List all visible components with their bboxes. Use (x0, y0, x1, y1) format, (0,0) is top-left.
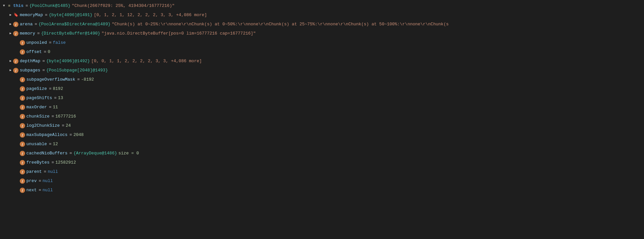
var-name: parent (26, 167, 42, 176)
var-value: false (53, 38, 66, 47)
maxorder-row: fmaxOrder=11 (0, 103, 644, 112)
type-reference: {DirectByteBuffer@1490} (41, 29, 100, 38)
equals-sign: = (39, 186, 41, 195)
field-icon: f (20, 142, 25, 147)
var-name: freeBytes (26, 158, 49, 167)
type-reference: {byte[4096]@1491} (49, 11, 93, 20)
var-name: next (26, 186, 37, 195)
log2chunksize-row: flog2ChunkSize=24 (0, 121, 644, 130)
var-name: log2ChunkSize (26, 121, 60, 130)
equals-sign: = (42, 57, 45, 66)
var-value: 0 (48, 47, 50, 57)
type-reference: {PoolSubpage[2048]@1493} (46, 66, 108, 75)
toggle-arrow-expanded[interactable] (1, 3, 7, 9)
var-name: offset (26, 47, 42, 57)
type-reference: {byte[4096]@1492} (46, 57, 90, 66)
equals-sign: = (77, 75, 80, 84)
var-value: "Chunk(s) at 0~25%:\r\nnone\r\nChunk(s) … (112, 20, 449, 29)
var-name: cachedNioBuffers (26, 149, 68, 158)
watch-icon: 🔖 (13, 13, 18, 18)
type-reference: {PoolChunk@1485} (29, 1, 71, 11)
field-icon: f (13, 68, 18, 73)
equals-sign: = (39, 176, 41, 186)
equals-sign: = (35, 20, 37, 29)
pagesize-row: fpageSize=8192 (0, 84, 644, 93)
var-name: maxOrder (26, 103, 47, 112)
cachedniobufers-row: fcachedNioBuffers={ArrayDeque@1486} size… (0, 149, 644, 158)
var-value: null (48, 167, 58, 176)
offset-row: foffset=0 (0, 47, 644, 57)
field-icon: f (13, 31, 18, 36)
var-name: depthMap (20, 57, 40, 66)
var-name: memory (20, 29, 35, 38)
field-icon: f (20, 95, 25, 101)
this-icon: = (7, 3, 12, 9)
field-icon: f (13, 59, 18, 64)
var-value: 13 (58, 93, 63, 103)
parent-row: fparent=null (0, 167, 644, 176)
type-reference: {ArrayDeque@1486} (73, 149, 117, 158)
field-icon: f (20, 86, 25, 92)
equals-sign: = (49, 140, 51, 149)
var-name: subpageOverflowMask (26, 75, 75, 84)
equals-sign: = (25, 1, 28, 11)
var-value: [0, 1, 2, 1, 12, 2, 2, 2, 3, 3, +4,086 m… (94, 11, 207, 20)
var-value: null (43, 186, 53, 195)
next-row: fnext=null (0, 186, 644, 195)
toggle-arrow-collapsed[interactable] (8, 68, 13, 73)
equals-sign: = (49, 38, 51, 47)
subpages-row: fsubpages={PoolSubpage[2048]@1493} (0, 66, 644, 75)
equals-sign: = (45, 11, 47, 20)
pageshifts-row: fpageShifts=13 (0, 93, 644, 103)
field-icon: f (20, 40, 25, 45)
equals-sign: = (70, 130, 72, 140)
equals-sign: = (44, 47, 46, 57)
unpooled-row: funpooled=false (0, 38, 644, 47)
equals-sign: = (37, 29, 40, 38)
memorymap-row: 🔖memoryMap={byte[4096]@1491}[0, 1, 2, 1,… (0, 11, 644, 20)
var-value: -8192 (81, 75, 94, 84)
equals-sign: = (51, 112, 54, 121)
field-icon: f (20, 160, 25, 165)
var-value: 8192 (53, 84, 63, 93)
field-icon: f (13, 22, 18, 27)
equals-sign: = (42, 66, 45, 75)
var-name: pageSize (26, 84, 47, 93)
var-value: size = 0 (118, 149, 139, 158)
subpageoverflowmask-row: fsubpageOverflowMask=-8192 (0, 75, 644, 84)
this-row: =this={PoolChunk@1485}"Chunk(2667f029: 2… (0, 1, 644, 11)
unusable-row: funusable=12 (0, 140, 644, 149)
maxsubpageallocs-row: fmaxSubpageAllocs=2048 (0, 130, 644, 140)
field-icon: f (20, 151, 25, 156)
var-name: arena (20, 20, 33, 29)
var-name: unpooled (26, 38, 47, 47)
var-value: 12582912 (55, 158, 76, 167)
equals-sign: = (49, 103, 51, 112)
var-name: memoryMap (20, 11, 43, 20)
equals-sign: = (70, 149, 72, 158)
equals-sign: = (62, 121, 64, 130)
memory-row: fmemory={DirectByteBuffer@1490}"java.nio… (0, 29, 644, 38)
toggle-arrow-collapsed[interactable] (8, 59, 13, 64)
equals-sign: = (54, 93, 57, 103)
var-value: [0, 0, 1, 1, 2, 2, 2, 2, 3, 3, +4,086 mo… (91, 57, 202, 66)
depthmap-row: fdepthMap={byte[4096]@1492}[0, 0, 1, 1, … (0, 57, 644, 66)
toggle-arrow-collapsed[interactable] (8, 13, 13, 18)
var-name: chunkSize (26, 112, 49, 121)
var-name: subpages (20, 66, 40, 75)
field-icon: f (20, 123, 25, 128)
var-name: this (13, 1, 23, 11)
var-name: unusable (26, 140, 47, 149)
field-icon: f (20, 188, 25, 193)
field-icon: f (20, 132, 25, 138)
var-value: null (43, 176, 53, 186)
toggle-arrow-collapsed[interactable] (8, 31, 13, 36)
field-icon: f (20, 178, 25, 184)
arena-row: farena={PoolArena$DirectArena@1489}"Chun… (0, 20, 644, 29)
var-value: 24 (66, 121, 71, 130)
toggle-arrow-collapsed[interactable] (8, 22, 13, 27)
var-name: prev (26, 176, 37, 186)
field-icon: f (20, 169, 25, 174)
prev-row: fprev=null (0, 176, 644, 186)
field-icon: f (20, 105, 25, 110)
